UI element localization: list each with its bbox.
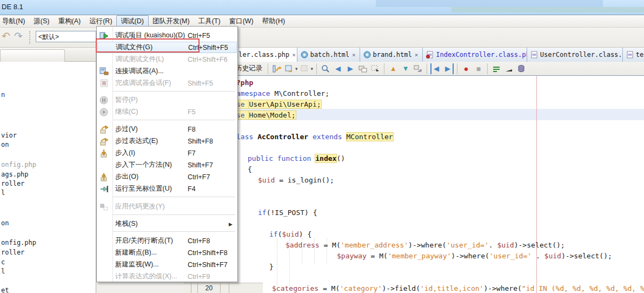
shift-left-icon[interactable]: ◀	[430, 63, 441, 74]
menu-item-end-session[interactable]: 完成调试器会话(F) Shift+F5	[97, 77, 237, 89]
tree-item[interactable]: on	[1, 219, 9, 227]
windows-icon[interactable]	[357, 63, 368, 74]
menu-item-new-watch[interactable]: 新建监视(W)... Ctrl+Shift+F7	[97, 259, 237, 270]
editor-tab-indexcontroller[interactable]: IndexController.class.php ×	[423, 48, 527, 62]
tree-item[interactable]: roller	[1, 249, 24, 256]
select-region-icon[interactable]	[370, 63, 381, 74]
code-line: ?php	[236, 77, 253, 88]
title-bar: DE 8.1	[0, 0, 644, 15]
mark-occurrences-icon[interactable]	[491, 63, 502, 74]
code-line: se User\Api\UserApi;	[236, 99, 321, 110]
pause-icon	[99, 96, 109, 105]
tree-item[interactable]: l	[1, 268, 5, 275]
step-over-icon	[99, 125, 109, 134]
menu-item-step-over[interactable]: 步过(V) F8	[97, 123, 237, 135]
breakpoint-record-icon[interactable]: ●	[461, 63, 472, 74]
code-line: amespace M\Controller;	[236, 88, 329, 99]
php-file-error-icon	[426, 51, 434, 58]
menu-navigate[interactable]: 导航(N)	[0, 15, 30, 28]
status-line-indicator: 20	[198, 283, 221, 293]
menu-item-pause[interactable]: 暂停(P)	[97, 94, 237, 106]
menu-item-toggle-breakpoint[interactable]: 开启/关闭行断点(T) Ctrl+F8	[97, 235, 237, 246]
code-line: $payway = M('member_payway')->where('use…	[337, 251, 612, 262]
menu-item-new-breakpoint[interactable]: 新建断点(B)... Ctrl+Shift+F8	[97, 247, 237, 258]
launch-config-combo[interactable]: <默认>	[36, 31, 96, 42]
left-view-tabstrip	[0, 48, 96, 62]
close-icon[interactable]: ×	[351, 51, 356, 58]
step-out-icon	[99, 173, 109, 181]
pin-window-icon[interactable]	[300, 63, 310, 74]
php-file-icon	[626, 51, 634, 58]
code-editor[interactable]: ?php amespace M\Controller; se User\Api\…	[231, 76, 644, 293]
menu-item-debug-test-file[interactable]: 调试测试文件(L) Ctrl+Shift+F6	[97, 54, 237, 65]
tree-item[interactable]: roller	[1, 180, 24, 187]
connect-debugger-icon	[99, 67, 109, 76]
step-up-icon[interactable]: ▲	[388, 63, 399, 74]
status-strip: 20	[184, 283, 263, 293]
code-line: lass AcController extends MController	[236, 132, 393, 142]
branch-icon[interactable]	[413, 63, 423, 74]
zoom-icon[interactable]	[320, 63, 331, 74]
tree-item[interactable]: ags.php	[1, 171, 29, 178]
nav-forward-icon[interactable]: ▶	[345, 63, 356, 74]
menu-separator	[113, 120, 235, 120]
tree-item[interactable]: et	[1, 287, 9, 293]
end-session-icon	[99, 79, 109, 88]
shift-right-icon[interactable]: ▶	[443, 63, 454, 74]
left-view-tab[interactable]	[0, 49, 65, 62]
menu-item-step-into-next-method[interactable]: 步入下一个方法(N) Shift+F7	[97, 159, 237, 171]
menu-separator	[113, 91, 235, 92]
submenu-arrow-icon: ▶	[229, 222, 233, 227]
undo-icon[interactable]: ↶	[2, 31, 10, 42]
editor-tab-accontroller[interactable]: ller.class.php ×	[231, 48, 297, 62]
code-line: }	[269, 262, 274, 272]
code-line: $uid = is_login();	[258, 175, 334, 186]
menu-source[interactable]: 源(S)	[29, 15, 54, 28]
nav-back-icon[interactable]: ◀	[333, 63, 343, 74]
menu-help[interactable]: 帮助(H)	[257, 15, 290, 28]
menu-item-stack[interactable]: 堆栈(S) ▶	[97, 218, 237, 230]
last-edit-location-icon[interactable]	[271, 63, 282, 74]
tree-item[interactable]: vior	[1, 132, 17, 139]
menu-item-step-over-expression[interactable]: 步过表达式(E) Shift+F8	[97, 135, 237, 147]
editor-tab-cut[interactable]: te	[623, 48, 644, 62]
debug-menu: 调试项目 (kuaishou)(D) Ctrl+F5 调试文件(G) Ctrl+…	[96, 26, 238, 282]
stop-icon[interactable]: ■	[473, 63, 484, 74]
tree-item[interactable]: onfig.php	[1, 161, 36, 168]
close-icon[interactable]: ×	[414, 51, 419, 58]
project-explorer[interactable]: n vior on onfig.php ags.php roller l on …	[0, 62, 96, 293]
php-file-icon	[530, 51, 538, 58]
wedge-icon[interactable]	[503, 63, 514, 74]
apply-code-changes-icon	[99, 203, 109, 211]
menu-item-step-into[interactable]: 步入(I) F7	[97, 147, 237, 159]
tree-item[interactable]: on	[1, 141, 9, 148]
database-icon[interactable]	[516, 63, 527, 74]
menu-item-step-out[interactable]: 步出(O) Ctrl+F7	[97, 171, 237, 183]
redo-icon[interactable]: ↷	[14, 31, 23, 42]
menu-refactor[interactable]: 重构(A)	[54, 15, 86, 28]
editor-tab-batch[interactable]: batch.html ×	[297, 48, 360, 62]
dropdown-caret-icon[interactable]: ▾	[311, 66, 314, 71]
menu-item-resume[interactable]: 继续(C) F5	[97, 106, 237, 118]
code-line: $address = M('member_address')->where('u…	[286, 240, 565, 251]
tree-item[interactable]: onfig.php	[1, 239, 36, 246]
step-down-icon[interactable]: ▼	[400, 63, 411, 74]
code-line: public function index()	[248, 153, 345, 164]
annotation-highlight-box	[96, 38, 200, 53]
menu-item-connect-debugger[interactable]: 连接调试器(A)...	[97, 66, 237, 77]
close-icon[interactable]: ×	[291, 51, 296, 58]
retarget-window-icon[interactable]	[284, 63, 295, 74]
dropdown-caret-icon[interactable]: ▾	[295, 66, 298, 71]
menu-separator	[113, 197, 235, 197]
menu-item-run-to-cursor[interactable]: 运行至光标位置(U) F4	[97, 183, 237, 194]
menu-item-apply-code-changes[interactable]: 应用代码更改(Y)	[97, 201, 237, 212]
editor-tab-usercontroller[interactable]: UserController.class.php ×	[527, 48, 623, 62]
step-into-icon	[99, 149, 109, 158]
tree-item[interactable]: c	[1, 258, 5, 266]
editor-area: ller.class.php × batch.html × brand.html…	[231, 48, 644, 293]
menu-item-evaluate-expression[interactable]: 计算表达式的值(X)... Ctrl+F9	[97, 271, 237, 282]
tree-item[interactable]: n	[1, 91, 5, 99]
toolbar-separator	[29, 31, 30, 44]
editor-tab-brand[interactable]: brand.html ×	[360, 48, 423, 62]
tree-item[interactable]: l	[1, 189, 5, 197]
